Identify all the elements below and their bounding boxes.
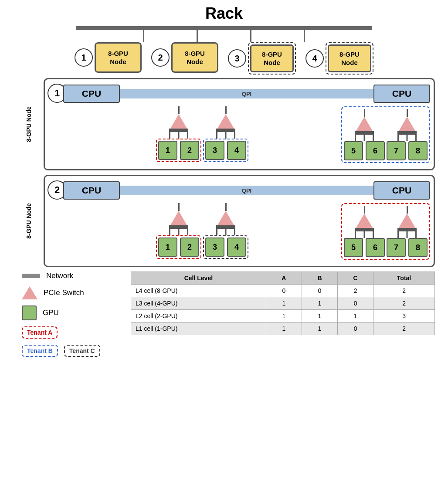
branch-1 — [166, 131, 192, 139]
gpu-2-7: 7 — [387, 238, 406, 257]
gpu-1-2: 2 — [180, 141, 199, 160]
rack-node-3-circle: 3 — [228, 49, 246, 68]
node-2-cpu-right: CPU — [373, 181, 430, 200]
pcie-triangle-1 — [169, 114, 188, 131]
table-row: L3 cell (4-GPU) 1 1 0 2 — [131, 297, 435, 310]
pcie-triangle-3 — [355, 117, 374, 133]
legend-tenant-c: Tenant C — [64, 345, 100, 357]
legend-tenants: Tenant A — [22, 326, 118, 339]
table-cell-l1-c: 0 — [338, 322, 373, 335]
table-container: Cell Level A B C Total L4 cell (8-GPU) 0… — [131, 272, 435, 335]
table-header-total: Total — [373, 272, 435, 285]
node-1-left-side: 1 2 — [63, 106, 341, 162]
node-1-gpu-12-row: 1 2 — [158, 141, 199, 160]
cell-level-table: Cell Level A B C Total L4 cell (8-GPU) 0… — [131, 272, 435, 335]
table-header-cell-level: Cell Level — [131, 272, 266, 285]
rack-node-2-circle: 2 — [151, 48, 170, 67]
drop-line-3 — [250, 30, 251, 42]
rack-node-1-group: 1 8-GPUNode — [75, 42, 142, 73]
legend-gpu: GPU — [22, 305, 118, 320]
table-cell-l2-b: 1 — [302, 310, 337, 322]
table-cell-l4-b: 0 — [302, 285, 337, 297]
node-2-right-tenant-a: 5 6 — [341, 203, 430, 260]
legend-tenant-a: Tenant A — [22, 326, 58, 339]
node-2-pcie-group-2: 3 4 — [203, 203, 248, 259]
vert-line-2 — [225, 106, 227, 114]
node-1-cpu-row: CPU QPI CPU — [63, 85, 430, 103]
rack-node-3-group: 3 8-GPUNode — [228, 42, 296, 75]
node-1-pcie-group-4: 7 8 — [387, 109, 428, 160]
table-header-b: B — [302, 272, 337, 285]
table-cell-l3-b: 1 — [302, 297, 337, 310]
node-1-qpi: QPI — [120, 89, 373, 98]
gpu-1-5: 5 — [344, 141, 363, 160]
legend-pcie-icon — [22, 286, 37, 299]
table-cell-l3-a: 1 — [266, 297, 302, 310]
node-1-cpu-right: CPU — [373, 85, 430, 103]
legend-network: Network — [22, 272, 118, 280]
rack-drop-lines — [9, 30, 439, 42]
rack-node-4-box: 8-GPUNode — [328, 44, 371, 72]
node-1-side-label: 8-GPU Node — [25, 106, 32, 142]
branch-2 — [213, 131, 239, 139]
page-title: Rack — [9, 0, 439, 26]
node-1-pcie-group-3: 5 6 — [344, 109, 385, 160]
gpu-2-1: 1 — [158, 238, 177, 257]
pcie-triangle-2 — [216, 114, 235, 131]
rack-node-3-box: 8-GPUNode — [250, 44, 294, 72]
node-1-pcie-group-2: 3 4 — [203, 106, 248, 162]
node-1-cpu-left: CPU — [63, 85, 120, 103]
gpu-1-7: 7 — [387, 141, 406, 160]
node-2-cpu-left: CPU — [63, 181, 120, 200]
legend-pcie: PCIe Switch — [22, 286, 118, 299]
table-cell-l1-b: 1 — [302, 322, 337, 335]
node-2-gpu-34-tenant-c: 3 4 — [203, 235, 248, 259]
rack-node-1-box: 8-GPUNode — [95, 42, 142, 73]
gpu-2-3: 3 — [205, 238, 224, 257]
node-1-gpu-12-tenant-a: 1 2 — [156, 139, 201, 162]
node-2-side-label: 8-GPU Node — [25, 203, 32, 239]
node-2-panel: 8-GPU Node 2 CPU QPI CPU — [44, 175, 435, 267]
table-cell-l3-c: 0 — [338, 297, 373, 310]
node-1-right-tenant-b: 5 6 — [341, 106, 430, 163]
node-2-gpu-12-tenant-a: 1 2 — [156, 235, 201, 259]
table-row: L1 cell (1-GPU) 1 1 0 2 — [131, 322, 435, 335]
table-cell-l3-label: L3 cell (4-GPU) — [131, 297, 266, 310]
table-row: L4 cell (8-GPU) 0 0 2 2 — [131, 285, 435, 297]
table-cell-l1-label: L1 cell (1-GPU) — [131, 322, 266, 335]
gpu-1-6: 6 — [366, 141, 385, 160]
table-cell-l4-a: 0 — [266, 285, 302, 297]
branch-3 — [351, 133, 377, 141]
legend: Network PCIe Switch GPU Tenant A Tenant … — [22, 272, 118, 357]
gpu-1-8: 8 — [408, 141, 428, 160]
gpu-1-4: 4 — [227, 141, 246, 160]
gpu-2-8: 8 — [408, 238, 428, 257]
table-cell-l1-total: 2 — [373, 322, 435, 335]
node-1-gpu-56-row: 5 6 — [344, 141, 385, 160]
node-1-gpu-34-row: 3 4 — [205, 141, 246, 160]
gpu-1-3: 3 — [205, 141, 224, 160]
table-cell-l2-c: 1 — [338, 310, 373, 322]
node-1-panel: 8-GPU Node 1 CPU QPI CPU — [44, 78, 435, 170]
drop-line-1 — [143, 30, 144, 42]
table-row: L2 cell (2-GPU) 1 1 1 3 — [131, 310, 435, 322]
table-cell-l3-total: 2 — [373, 297, 435, 310]
table-cell-l2-total: 3 — [373, 310, 435, 322]
node-2-left-side: 1 2 — [63, 203, 341, 259]
gpu-1-1: 1 — [158, 141, 177, 160]
rack-node-2-box: 8-GPUNode — [171, 42, 218, 73]
gpu-2-4: 4 — [227, 238, 246, 257]
node-2-pcie-group-3: 5 6 — [344, 206, 385, 257]
vert-line-3 — [364, 109, 365, 117]
vert-line-1 — [178, 106, 180, 114]
node-2-gpu-area: 1 2 — [63, 203, 430, 260]
rack-node-4-circle: 4 — [305, 49, 324, 68]
legend-gpu-icon — [22, 305, 37, 320]
legend-network-label: Network — [46, 272, 73, 280]
table-cell-l4-label: L4 cell (8-GPU) — [131, 285, 266, 297]
gpu-2-6: 6 — [366, 238, 385, 257]
node-2-cpu-row: CPU QPI CPU — [63, 181, 430, 200]
rack-node-3-tenant-c: 8-GPUNode — [248, 42, 296, 75]
rack-node-1-circle: 1 — [75, 48, 93, 67]
table-cell-l2-a: 1 — [266, 310, 302, 322]
